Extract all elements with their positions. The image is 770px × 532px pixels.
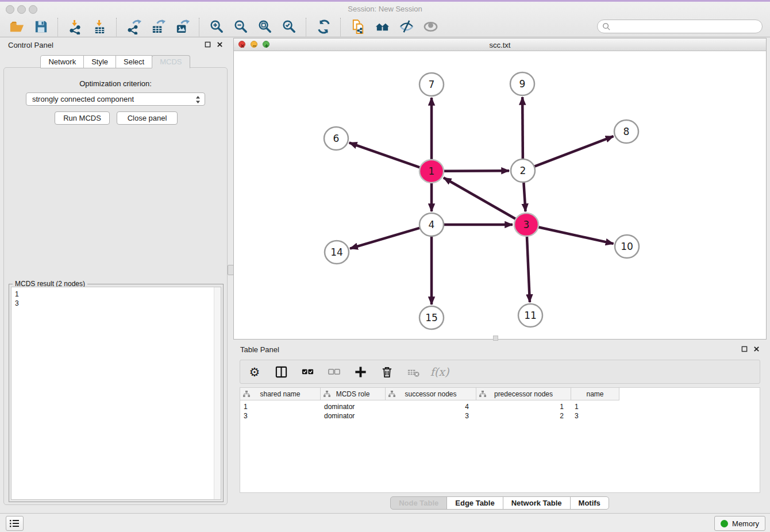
network-window-title: scc.txt bbox=[234, 41, 766, 49]
graph-node-label-8: 8 bbox=[623, 126, 630, 137]
close-panel-icon[interactable] bbox=[753, 346, 760, 352]
control-panel-title: Control Panel bbox=[8, 41, 53, 49]
column-header-mcds-role[interactable]: MCDS role bbox=[321, 388, 386, 400]
toolbar-separator bbox=[340, 18, 341, 36]
open-session-icon[interactable] bbox=[7, 18, 26, 36]
toolbar-separator bbox=[57, 18, 59, 36]
cell-predecessor-nodes: 2 bbox=[476, 411, 571, 421]
table-row[interactable]: 1 dominator 4 1 1 bbox=[240, 402, 619, 411]
graph-node-label-3: 3 bbox=[523, 219, 530, 230]
graph-edge-3-1[interactable] bbox=[444, 178, 516, 219]
cell-shared-name: 1 bbox=[240, 402, 321, 411]
tab-mcds[interactable]: MCDS bbox=[152, 55, 190, 68]
result-scrollbar[interactable] bbox=[214, 287, 221, 499]
memory-label: Memory bbox=[732, 519, 759, 528]
table-panel-header: Table Panel bbox=[233, 342, 767, 356]
save-session-icon[interactable] bbox=[32, 18, 50, 36]
toolbar-separator bbox=[116, 18, 117, 36]
show-columns-icon[interactable] bbox=[274, 364, 288, 379]
network-window-titlebar[interactable]: scc.txt bbox=[234, 38, 766, 51]
cell-mcds-role: dominator bbox=[321, 411, 386, 421]
list-icon bbox=[10, 519, 20, 527]
graph-node-label-4: 4 bbox=[429, 219, 435, 230]
graph-edge-2-9[interactable] bbox=[522, 97, 523, 159]
table-panel-tabs: Node Table Edge Table Network Table Moti… bbox=[233, 496, 767, 510]
criterion-dropdown[interactable]: strongly connected component bbox=[26, 92, 205, 106]
run-mcds-button[interactable]: Run MCDS bbox=[55, 111, 110, 125]
control-panel-tabs: Network Style Select MCDS bbox=[0, 55, 231, 68]
graph-edge-2-8[interactable] bbox=[534, 136, 614, 167]
search-icon bbox=[602, 22, 611, 31]
search-field[interactable] bbox=[597, 20, 763, 33]
delete-column-icon[interactable] bbox=[379, 364, 394, 379]
float-panel-icon[interactable] bbox=[741, 346, 748, 352]
apply-layout-icon[interactable] bbox=[314, 18, 333, 36]
window-header: Session: New Session bbox=[0, 2, 770, 37]
first-neighbors-icon[interactable] bbox=[373, 18, 391, 36]
table-settings-icon[interactable]: ⚙ bbox=[247, 364, 262, 379]
clone-network-icon[interactable] bbox=[349, 18, 367, 36]
task-history-button[interactable] bbox=[6, 516, 24, 531]
zoom-out-icon[interactable] bbox=[232, 18, 250, 36]
table-row[interactable]: 3 dominator 3 2 3 bbox=[240, 411, 619, 421]
tab-node-table[interactable]: Node Table bbox=[390, 496, 447, 510]
dropdown-arrows-icon bbox=[195, 95, 201, 104]
cell-mcds-role: dominator bbox=[321, 402, 386, 411]
graph-edge-3-11[interactable] bbox=[527, 236, 530, 302]
column-header-name[interactable]: name bbox=[571, 388, 619, 400]
import-table-icon[interactable] bbox=[90, 18, 109, 36]
graph-edge-4-14[interactable] bbox=[350, 228, 420, 249]
mcds-result-group: MCDS result (2 nodes) 1 3 bbox=[9, 284, 224, 502]
network-view-window: scc.txt 7968124314101511 bbox=[233, 38, 767, 340]
create-column-icon[interactable] bbox=[353, 364, 368, 379]
zoom-in-icon[interactable] bbox=[207, 18, 226, 36]
graph-edge-3-10[interactable] bbox=[538, 227, 614, 244]
cell-successor-nodes: 3 bbox=[386, 411, 476, 421]
memory-button[interactable]: Memory bbox=[714, 516, 765, 531]
graph-node-label-15: 15 bbox=[425, 312, 438, 323]
export-network-icon[interactable] bbox=[125, 18, 143, 36]
mcds-result-textarea[interactable]: 1 3 bbox=[11, 287, 221, 500]
cell-shared-name: 3 bbox=[240, 411, 321, 421]
tab-edge-table[interactable]: Edge Table bbox=[446, 496, 503, 510]
graph-edge-1-2[interactable] bbox=[444, 171, 509, 171]
search-input[interactable] bbox=[611, 22, 762, 32]
graph-edge-2-3[interactable] bbox=[523, 182, 525, 211]
column-header-successor-nodes[interactable]: successor nodes bbox=[386, 388, 476, 400]
network-graph[interactable]: 7968124314101511 bbox=[234, 51, 766, 339]
tab-network-table[interactable]: Network Table bbox=[503, 496, 571, 510]
graph-node-label-11: 11 bbox=[524, 310, 537, 321]
close-panel-button[interactable]: Close panel bbox=[117, 111, 178, 125]
function-builder-icon[interactable]: f(x) bbox=[432, 364, 447, 379]
node-table[interactable]: shared name MCDS role successor nodes pr… bbox=[240, 387, 760, 493]
column-header-shared-name[interactable]: shared name bbox=[240, 388, 321, 400]
toolbar-separator bbox=[199, 18, 200, 36]
cell-successor-nodes: 4 bbox=[386, 402, 476, 411]
select-all-rows-icon[interactable] bbox=[300, 364, 315, 379]
network-resize-handle[interactable] bbox=[493, 336, 498, 341]
import-network-icon[interactable] bbox=[66, 18, 84, 36]
hide-selected-icon[interactable] bbox=[397, 18, 415, 36]
graph-node-label-1: 1 bbox=[429, 165, 435, 177]
graph-node-label-7: 7 bbox=[429, 79, 435, 90]
float-panel-icon[interactable] bbox=[205, 41, 211, 48]
zoom-selected-icon[interactable] bbox=[280, 18, 298, 36]
column-header-predecessor-nodes[interactable]: predecessor nodes bbox=[476, 388, 571, 400]
criterion-value: strongly connected component bbox=[32, 95, 134, 103]
zoom-fit-icon[interactable] bbox=[256, 18, 274, 36]
show-all-icon[interactable] bbox=[421, 18, 440, 36]
tab-motifs[interactable]: Motifs bbox=[570, 496, 609, 510]
tab-style[interactable]: Style bbox=[83, 55, 116, 68]
graph-node-label-14: 14 bbox=[330, 246, 343, 258]
export-image-icon[interactable] bbox=[173, 18, 191, 36]
tab-network[interactable]: Network bbox=[40, 55, 84, 68]
tab-select[interactable]: Select bbox=[116, 55, 152, 68]
export-table-icon[interactable] bbox=[149, 18, 167, 36]
deselect-all-rows-icon[interactable] bbox=[326, 364, 341, 379]
graph-edge-1-6[interactable] bbox=[349, 142, 420, 167]
mcds-panel: Optimization criterion: strongly connect… bbox=[3, 67, 228, 505]
delete-table-icon[interactable] bbox=[406, 364, 421, 379]
optimization-criterion-label: Optimization criterion: bbox=[4, 79, 227, 88]
close-panel-icon[interactable] bbox=[217, 41, 223, 48]
table-toolbar: ⚙ f(x) bbox=[240, 360, 760, 384]
